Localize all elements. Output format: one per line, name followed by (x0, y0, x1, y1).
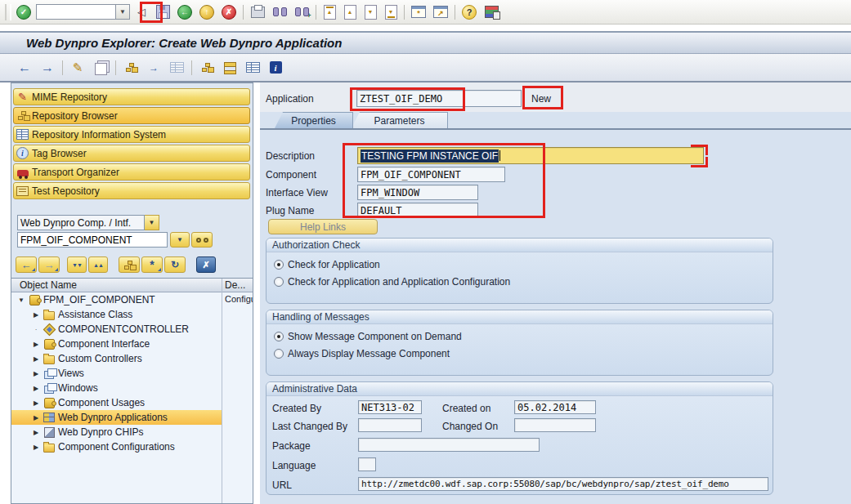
customize-layout-button[interactable] (481, 2, 501, 22)
select-dropdown-icon[interactable]: ▼ (145, 215, 159, 230)
tree-item-views[interactable]: ▶Views (11, 366, 222, 381)
application-name-field[interactable]: ZTEST_OIF_DEMO (356, 90, 522, 107)
tree-item-component-interface[interactable]: ▶Component Interface (11, 337, 222, 351)
url-field[interactable]: http://zmetdc00.wdf.sap.corp:55080/sap/b… (358, 477, 768, 491)
radio-always-display-message[interactable]: Always Display Message Component (274, 348, 450, 359)
sidebar-item-transport-organizer[interactable]: Transport Organizer (13, 163, 250, 181)
last-page-button[interactable]: ▼ (382, 2, 400, 22)
reassign-button[interactable]: → (144, 58, 163, 78)
enter-button[interactable]: ✓ (14, 2, 34, 22)
favorites-button[interactable]: * (141, 256, 163, 273)
object-list-button[interactable] (197, 58, 217, 78)
transport-button[interactable] (167, 58, 186, 78)
tree-hierarchy-button[interactable] (119, 256, 140, 273)
expander-icon[interactable]: ▶ (32, 370, 40, 377)
radio-label: Always Display Message Component (288, 348, 450, 359)
interface-view-field[interactable]: FPM_WINDOW (357, 185, 478, 200)
plug-name-field[interactable]: DEFAULT (357, 203, 478, 218)
expander-icon[interactable]: ▼ (17, 297, 25, 304)
page-down-button[interactable]: ▼ (361, 2, 379, 22)
tree-item-root[interactable]: ▼FPM_OIF_COMPONENT (11, 292, 222, 307)
documentation-button[interactable]: i (266, 58, 285, 78)
command-input[interactable] (36, 4, 116, 20)
help-links-button[interactable]: Help Links (268, 219, 378, 234)
nav-back-button[interactable]: ← (15, 58, 34, 78)
worklist-button[interactable] (220, 58, 240, 78)
expander-icon[interactable]: ▶ (32, 355, 40, 363)
exit-button[interactable]: ↑ (197, 2, 217, 22)
back-button[interactable]: ← (175, 2, 195, 22)
collapse-all-button[interactable]: ▲▲ (88, 256, 108, 273)
radio-unselected-icon[interactable] (274, 349, 284, 359)
close-browser-button[interactable]: ✗ (196, 256, 216, 273)
description-field[interactable]: TESTING FPM INSTANCE OIF (357, 147, 704, 164)
print-button[interactable] (248, 2, 267, 22)
sidebar-item-test-repository[interactable]: Test Repository (13, 182, 250, 199)
sidebar-item-tag-browser[interactable]: iTag Browser (13, 145, 250, 162)
tree-item-componentcontroller[interactable]: ·COMPONENTCONTROLLER (11, 322, 222, 337)
tree-item-component-configurations[interactable]: ▶Component Configurations (11, 439, 222, 454)
save-button[interactable] (153, 2, 172, 22)
cancel-button[interactable]: ✗ (219, 2, 239, 22)
find-next-button[interactable]: + (292, 2, 311, 22)
other-object-button[interactable] (91, 58, 110, 78)
tree-item-windows[interactable]: ▶Windows (11, 381, 222, 395)
tree-item-web-dynpro-chips[interactable]: ▶Web Dynpro CHIPs (11, 425, 222, 439)
component-field[interactable]: FPM_OIF_COMPONENT (357, 167, 505, 182)
table-view-button[interactable] (243, 58, 262, 78)
expand-all-button[interactable]: ▼▼ (67, 256, 87, 273)
history-forward-button[interactable]: → (38, 256, 60, 273)
expander-icon[interactable]: ▶ (32, 385, 40, 392)
tree-item-web-dynpro-applications[interactable]: ▶Web Dynpro Applications (11, 410, 222, 425)
tab-properties[interactable]: Properties (275, 112, 353, 128)
display-object-button[interactable] (191, 232, 213, 248)
expander-icon[interactable]: ▶ (32, 414, 40, 421)
help-button[interactable]: ? (459, 2, 479, 22)
object-type-select[interactable]: Web Dynpro Comp. / Intf. ▼ (17, 215, 159, 230)
tree-item-custom-controllers[interactable]: ▶Custom Controllers (11, 351, 222, 366)
radio-check-for-application-and-configuration[interactable]: Check for Application and Application Co… (274, 276, 510, 288)
changed-on-field[interactable] (514, 418, 596, 432)
expander-icon[interactable]: ▶ (32, 429, 40, 436)
command-dropdown-icon[interactable]: ▼ (116, 4, 130, 20)
sidebar-item-repository-browser[interactable]: Repository Browser (13, 107, 250, 124)
expander-icon[interactable]: ▶ (32, 399, 40, 407)
first-page-button[interactable]: ▲ (320, 2, 338, 22)
new-session-button[interactable]: * (409, 2, 428, 22)
radio-selected-icon[interactable] (274, 260, 284, 270)
tab-parameters[interactable]: Parameters (352, 112, 448, 128)
package-field[interactable] (358, 438, 540, 452)
column-header-description[interactable]: De... (225, 279, 245, 291)
tree-item-component-usages[interactable]: ▶Component Usages (11, 395, 222, 410)
collapse-toolbar-icon[interactable]: ◁ (132, 2, 150, 22)
tree-item-assistance-class[interactable]: ▶Assistance Class (11, 307, 222, 322)
language-field[interactable] (358, 457, 376, 471)
column-header-object-name[interactable]: Object Name (20, 279, 77, 291)
find-button[interactable] (270, 2, 289, 22)
object-name-dropdown-button[interactable]: ▼ (170, 232, 190, 248)
nav-forward-button[interactable]: → (38, 58, 57, 78)
expander-icon[interactable]: ▶ (32, 341, 40, 348)
radio-unselected-icon[interactable] (274, 277, 284, 287)
pencil-icon: ✎ (73, 60, 83, 75)
expander-icon[interactable]: · (32, 326, 40, 333)
sidebar-item-mime-repository[interactable]: ✎MIME Repository (13, 88, 250, 105)
expander-icon[interactable]: ▶ (32, 444, 40, 451)
radio-selected-icon[interactable] (274, 332, 284, 341)
created-on-field[interactable]: 05.02.2014 (514, 400, 596, 414)
tree-item-label: Component Interface (58, 338, 150, 350)
help-links-label: Help Links (300, 221, 346, 233)
radio-show-message-on-demand[interactable]: Show Message Component on Demand (274, 331, 462, 342)
sidebar-item-repository-information-system[interactable]: Repository Information System (13, 126, 250, 143)
object-name-input[interactable]: FPM_OIF_COMPONENT (17, 232, 168, 248)
last-changed-by-field[interactable] (358, 418, 422, 432)
create-shortcut-button[interactable]: ↗ (431, 2, 450, 22)
refresh-button[interactable]: ↻ (164, 256, 186, 273)
radio-check-for-application[interactable]: Check for Application (274, 259, 380, 270)
display-change-button[interactable]: ✎ (68, 58, 87, 78)
created-by-field[interactable]: NET313-02 (358, 400, 422, 414)
hierarchy-up-button[interactable] (121, 58, 141, 78)
history-back-button[interactable]: ← (16, 256, 37, 273)
expander-icon[interactable]: ▶ (32, 311, 40, 319)
page-up-button[interactable]: ▲ (341, 2, 359, 22)
